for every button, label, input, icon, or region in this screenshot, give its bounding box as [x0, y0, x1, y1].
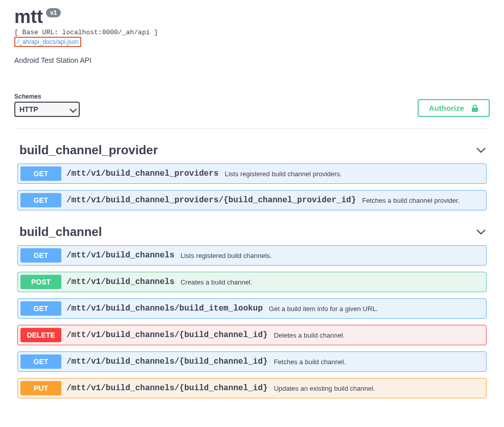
operation-list: GET/mtt/v1/build_channel_providersLists …: [14, 163, 490, 210]
authorize-button[interactable]: Authorize: [418, 99, 490, 117]
tag-header[interactable]: build_channel_provider: [14, 141, 490, 159]
lock-icon: [471, 104, 478, 112]
api-header: mtt v1 [ Base URL: localhost:8000/_ah/ap…: [14, 0, 490, 64]
operation-row[interactable]: POST/mtt/v1/build_channelsCreates a buil…: [17, 272, 487, 292]
method-badge: GET: [20, 248, 61, 263]
operation-row[interactable]: DELETE/mtt/v1/build_channels/{build_chan…: [17, 325, 487, 345]
tag-header[interactable]: build_channel: [14, 223, 490, 241]
operation-row[interactable]: GET/mtt/v1/build_channelsLists registere…: [17, 245, 487, 266]
method-badge: GET: [20, 301, 61, 316]
chevron-down-icon: [476, 148, 486, 153]
operation-row[interactable]: PUT/mtt/v1/build_channels/{build_channel…: [17, 378, 487, 398]
operation-path: /mtt/v1/build_channels: [66, 251, 174, 260]
scheme-auth-row: Schemes HTTP Authorize: [14, 93, 490, 129]
operation-row[interactable]: GET/mtt/v1/build_channel_providersLists …: [17, 163, 487, 184]
operation-path: /mtt/v1/build_channels/build_item_lookup: [66, 304, 263, 313]
chevron-down-icon: [476, 229, 486, 234]
method-badge: PUT: [20, 381, 61, 395]
operation-path: /mtt/v1/build_channels/{build_channel_id…: [66, 330, 268, 340]
method-badge: POST: [20, 275, 61, 289]
operation-summary: Creates a build channel.: [180, 278, 252, 286]
operation-summary: Updates an existing build channel.: [274, 385, 375, 392]
operation-summary: Fetches a build channel provider.: [362, 197, 460, 204]
tag-section: build_channelGET/mtt/v1/build_channelsLi…: [14, 223, 490, 398]
schemes-label: Schemes: [14, 93, 80, 100]
tag-name: build_channel_provider: [19, 143, 158, 157]
schemes-block: Schemes HTTP: [14, 93, 80, 117]
api-spec-link[interactable]: /_ah/api_docs/api.json: [14, 37, 81, 47]
api-title: mtt: [14, 6, 43, 28]
operation-row[interactable]: GET/mtt/v1/build_channels/{build_channel…: [17, 351, 487, 372]
operation-path: /mtt/v1/build_channels/{build_channel_id…: [66, 384, 268, 393]
operation-summary: Deletes a build channel.: [274, 331, 345, 339]
operation-path: /mtt/v1/build_channels/{build_channel_id…: [66, 357, 268, 366]
method-badge: DELETE: [20, 328, 61, 342]
version-badge: v1: [46, 8, 61, 17]
authorize-label: Authorize: [429, 104, 464, 112]
tag-name: build_channel: [19, 225, 102, 239]
method-badge: GET: [20, 193, 61, 207]
schemes-select[interactable]: HTTP: [14, 102, 80, 117]
operation-list: GET/mtt/v1/build_channelsLists registere…: [14, 245, 490, 398]
operation-summary: Get a build item info for a given URL.: [269, 305, 378, 313]
base-url: [ Base URL: localhost:8000/_ah/api ]: [14, 29, 490, 36]
schemes-select-wrap: HTTP: [14, 102, 80, 117]
method-badge: GET: [20, 354, 61, 369]
tag-section: build_channel_providerGET/mtt/v1/build_c…: [14, 141, 490, 210]
operation-path: /mtt/v1/build_channel_providers/{build_c…: [66, 196, 356, 205]
operation-path: /mtt/v1/build_channels: [66, 277, 174, 287]
method-badge: GET: [20, 167, 61, 181]
operation-row[interactable]: GET/mtt/v1/build_channel_providers/{buil…: [17, 190, 487, 210]
operation-summary: Lists registered build channels.: [180, 252, 272, 259]
api-description: Android Test Station API: [14, 56, 490, 64]
operation-row[interactable]: GET/mtt/v1/build_channels/build_item_loo…: [17, 298, 487, 319]
operation-path: /mtt/v1/build_channel_providers: [66, 169, 219, 178]
operation-summary: Lists registered build channel providers…: [225, 170, 342, 178]
operation-summary: Fetches a build channel.: [274, 358, 346, 366]
